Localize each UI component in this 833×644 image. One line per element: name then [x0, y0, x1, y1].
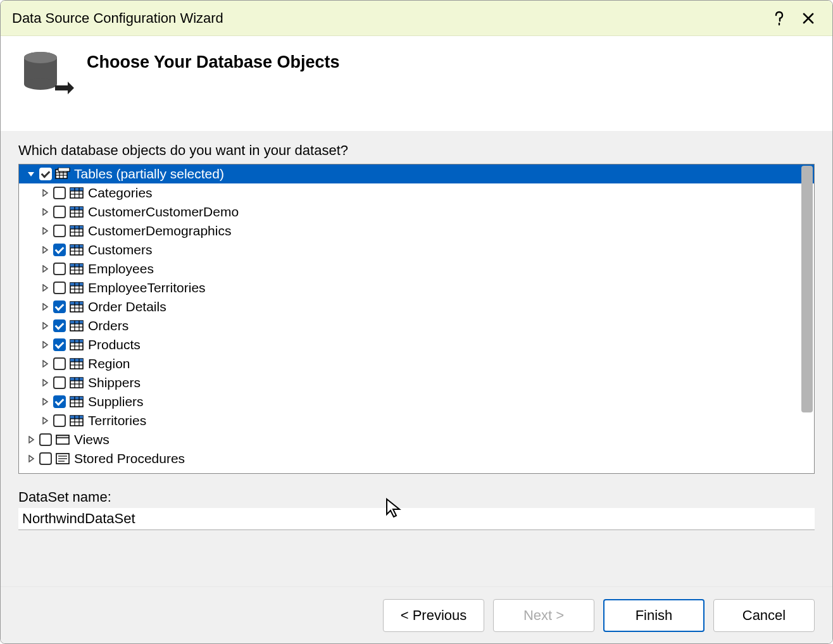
checkbox-table[interactable] [53, 338, 66, 351]
expander-icon[interactable] [27, 454, 35, 463]
table-icon [69, 206, 84, 218]
tree-node-label: Views [73, 432, 110, 447]
next-button: Next > [493, 599, 594, 632]
tree-node-label: Customers [87, 242, 153, 257]
svg-rect-77 [70, 397, 83, 400]
checkbox-table[interactable] [53, 300, 66, 313]
tree-node-table[interactable]: CustomerDemographics [19, 221, 814, 240]
svg-rect-83 [70, 416, 83, 419]
close-button[interactable] [796, 6, 821, 31]
tree-node-table[interactable]: EmployeeTerritories [19, 278, 814, 297]
svg-point-3 [24, 52, 57, 63]
tree-node-label: CustomerCustomerDemo [87, 204, 239, 220]
table-icon [69, 376, 84, 389]
sprocs-icon [55, 452, 70, 465]
table-icon [69, 225, 84, 237]
expander-icon[interactable] [41, 302, 49, 311]
checkbox-table[interactable] [53, 244, 66, 256]
svg-point-2 [24, 78, 57, 90]
tree-node-label: Products [87, 337, 141, 352]
objects-tree[interactable]: Tables (partially selected) CategoriesCu… [18, 164, 815, 474]
tree-scroll[interactable]: Tables (partially selected) CategoriesCu… [19, 164, 814, 473]
expander-icon[interactable] [27, 435, 35, 444]
tree-node-table[interactable]: Order Details [19, 297, 814, 316]
expander-icon[interactable] [41, 207, 49, 216]
expander-icon[interactable] [41, 264, 49, 273]
checkbox-table[interactable] [53, 187, 66, 199]
views-icon [55, 433, 70, 446]
cancel-button[interactable]: Cancel [713, 599, 815, 632]
svg-rect-23 [70, 226, 83, 229]
svg-rect-41 [70, 283, 83, 286]
tree-node-label: Orders [87, 318, 128, 333]
tree-node-label: Categories [87, 185, 153, 201]
tree-node-sprocs[interactable]: Stored Procedures [19, 449, 814, 468]
expander-icon[interactable] [41, 283, 49, 292]
tree-node-label: Shippers [87, 375, 141, 390]
table-icon [69, 414, 84, 427]
checkbox-table[interactable] [53, 414, 66, 427]
svg-rect-47 [70, 302, 83, 305]
checkbox-table[interactable] [53, 319, 66, 332]
window-title: Data Source Configuration Wizard [12, 10, 763, 27]
svg-rect-35 [70, 264, 83, 267]
expander-icon[interactable] [41, 378, 49, 387]
checkbox-table[interactable] [53, 395, 66, 408]
dataset-name-input[interactable] [18, 508, 815, 530]
tree-node-label: Region [87, 356, 130, 371]
checkbox-table[interactable] [53, 225, 66, 237]
wizard-footer: < Previous Next > Finish Cancel [1, 586, 832, 643]
expander-icon[interactable] [27, 170, 35, 178]
scrollbar-thumb[interactable] [801, 166, 813, 412]
tree-node-table[interactable]: Shippers [19, 373, 814, 392]
tree-node-table[interactable]: Orders [19, 316, 814, 335]
database-icon [18, 50, 75, 101]
tree-node-views[interactable]: Views [19, 430, 814, 449]
tree-node-label: Tables (partially selected) [73, 166, 224, 182]
expander-icon[interactable] [41, 397, 49, 406]
previous-button[interactable]: < Previous [383, 599, 484, 632]
tree-node-table[interactable]: CustomerCustomerDemo [19, 202, 814, 221]
table-icon [69, 244, 84, 256]
tree-node-table[interactable]: Suppliers [19, 392, 814, 411]
tree-node-table[interactable]: Territories [19, 411, 814, 430]
checkbox-table[interactable] [53, 206, 66, 218]
page-heading: Choose Your Database Objects [87, 53, 340, 72]
tree-node-table[interactable]: Region [19, 354, 814, 373]
body-area: Which database objects do you want in yo… [1, 131, 832, 586]
tree-node-table[interactable]: Customers [19, 240, 814, 259]
help-button[interactable] [767, 6, 792, 31]
table-icon [69, 263, 84, 275]
svg-rect-17 [70, 207, 83, 210]
checkbox-table[interactable] [53, 357, 66, 370]
table-icon [69, 319, 84, 332]
checkbox-table[interactable] [53, 263, 66, 275]
titlebar: Data Source Configuration Wizard [1, 1, 832, 36]
checkbox-tables[interactable] [39, 168, 52, 180]
table-icon [69, 357, 84, 370]
expander-icon[interactable] [41, 416, 49, 425]
expander-icon[interactable] [41, 359, 49, 368]
expander-icon[interactable] [41, 340, 49, 349]
table-icon [69, 282, 84, 294]
dataset-name-label: DataSet name: [18, 489, 815, 505]
svg-rect-29 [70, 245, 83, 248]
checkbox-views[interactable] [39, 433, 52, 446]
tree-node-table[interactable]: Categories [19, 183, 814, 202]
svg-rect-59 [70, 340, 83, 343]
svg-rect-11 [70, 188, 83, 191]
tree-node-table[interactable]: Products [19, 335, 814, 354]
tree-node-label: Order Details [87, 299, 166, 314]
checkbox-table[interactable] [53, 376, 66, 389]
finish-button[interactable]: Finish [603, 599, 705, 632]
expander-icon[interactable] [41, 321, 49, 330]
expander-icon[interactable] [41, 189, 49, 197]
svg-rect-65 [70, 359, 83, 362]
table-icon [69, 395, 84, 408]
checkbox-sprocs[interactable] [39, 452, 52, 465]
expander-icon[interactable] [41, 245, 49, 254]
expander-icon[interactable] [41, 226, 49, 235]
checkbox-table[interactable] [53, 282, 66, 294]
tree-node-tables[interactable]: Tables (partially selected) [19, 164, 814, 183]
tree-node-table[interactable]: Employees [19, 259, 814, 278]
